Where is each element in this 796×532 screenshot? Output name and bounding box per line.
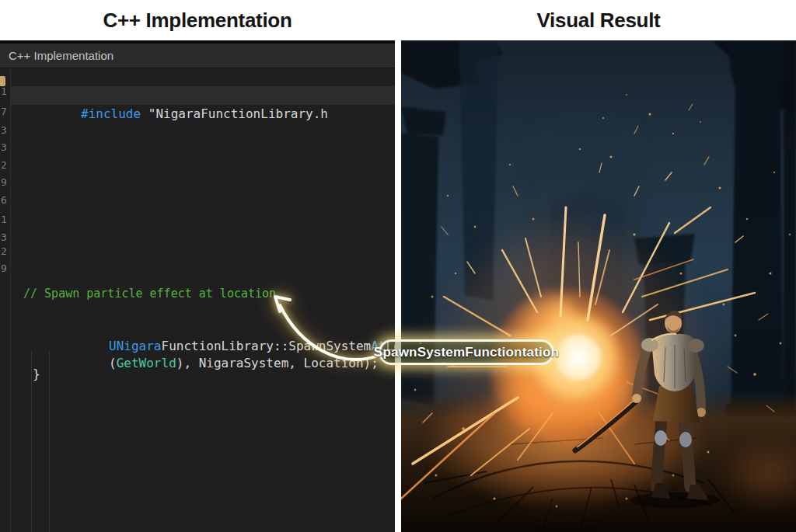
- editor-title-text: C++ Implementation: [9, 49, 113, 62]
- line-number: 3: [1, 124, 9, 136]
- indent-guide: [31, 351, 32, 532]
- right-panel-title: Visual Result: [401, 3, 796, 37]
- line-number: 9: [1, 176, 9, 188]
- warrior-skirt: [653, 386, 700, 422]
- indent-guide: [49, 351, 50, 532]
- knee-plate: [655, 430, 667, 446]
- code-line-brace: }: [33, 365, 40, 384]
- line-number: 6: [1, 194, 9, 206]
- warrior-boot: [687, 485, 709, 500]
- code-token: (: [109, 356, 117, 370]
- editor-title-bar: C++ Implementation: [0, 43, 395, 68]
- line-number: 1: [1, 85, 9, 97]
- figure-shadow: [630, 492, 720, 508]
- warrior-right-arm: [637, 345, 648, 396]
- line-number: 2: [1, 159, 9, 171]
- left-panel-title: C++ Implementation: [0, 3, 395, 37]
- code-line-comment: // Spawn particle effect at location: [23, 284, 276, 303]
- visual-result-image: [401, 40, 796, 532]
- line-number: 3: [1, 141, 9, 153]
- code-token: "NigaraFunctionLibrary.h: [141, 106, 328, 121]
- line-number: 9: [1, 263, 9, 274]
- code-line-include: #include "NigaraFunctionLibrary.h: [21, 86, 328, 142]
- knee-plate: [679, 432, 692, 447]
- line-number: 1: [1, 214, 9, 225]
- sword: [575, 402, 636, 450]
- badge-label: SpawnSystemFunctiontation: [374, 345, 559, 360]
- pauldron: [687, 339, 704, 353]
- pauldron: [641, 338, 658, 352]
- sword-fire-glint: [577, 400, 634, 447]
- figure-canvas: C++ Implementation Visual Result C++ Imp…: [0, 0, 796, 532]
- line-number: 2: [1, 245, 9, 257]
- gutter-divider: [10, 69, 11, 532]
- line-number: 7: [1, 106, 9, 117]
- line-number: 3: [1, 231, 9, 243]
- code-token: #include: [81, 106, 141, 121]
- code-token: GetWorld: [117, 356, 176, 370]
- warrior-right-hand: [632, 394, 641, 403]
- warrior-figure: [401, 40, 796, 532]
- spawn-system-label-badge: SpawnSystemFunctiontation: [379, 339, 554, 365]
